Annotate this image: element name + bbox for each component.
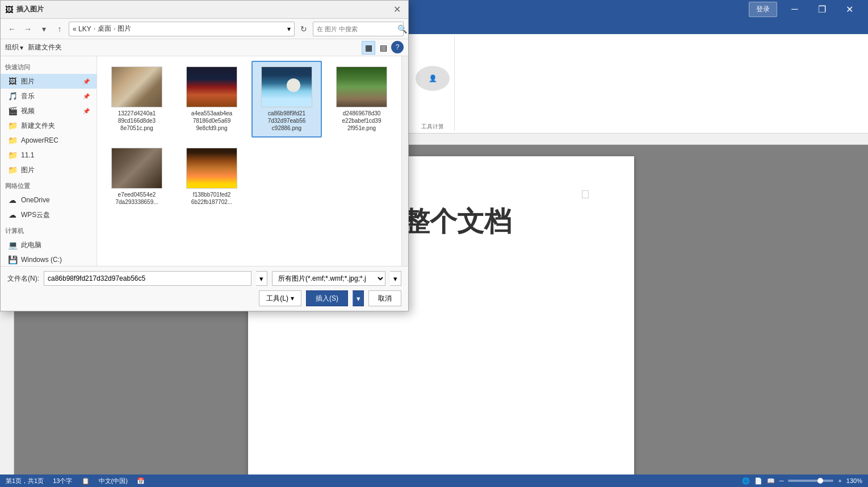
zoom-slider[interactable]: [788, 480, 833, 482]
insert-image-dialog: 🖼 插入图片 ✕ ← → ▾ ↑ « LKY › 桌面 › 图片 ▾ ↻ 🔍 组…: [0, 0, 409, 311]
filetype-dropdown[interactable]: 所有图片(*.emf;*.wmf;*.jpg;*.j: [272, 271, 385, 286]
file-name-2: a4ea553aab4ea78186d0e5a699e8cfd9.png: [191, 110, 232, 132]
file-name-3: ca86b98f9fd217d32d97eab56c92886.png: [268, 110, 306, 132]
language: 中文(中国): [99, 477, 128, 485]
sidebar-item-windows-c[interactable]: 💾 Windows (C:): [1, 252, 97, 266]
search-input[interactable]: [317, 26, 395, 32]
view-list-button[interactable]: ▤: [376, 41, 390, 55]
footer-row1: 文件名(N): ▾ 所有图片(*.emf;*.wmf;*.jpg;*.j ▾: [7, 271, 401, 286]
path-segment-pictures[interactable]: 图片: [118, 24, 131, 34]
file-thumb-5: [111, 148, 162, 189]
path-segment-lky[interactable]: « LKY: [73, 25, 91, 33]
folder-11-1-icon: 📁: [7, 150, 18, 160]
filetype-dropdown-btn[interactable]: ▾: [390, 271, 401, 286]
sidebar-item-wps[interactable]: ☁ WPS云盘: [1, 207, 97, 222]
filename-input[interactable]: [44, 271, 251, 286]
zoom-in-icon[interactable]: +: [838, 477, 841, 484]
organize-button[interactable]: 组织 ▾: [5, 43, 23, 52]
view-grid-button[interactable]: ▦: [362, 41, 375, 55]
dialog-close-button[interactable]: ✕: [390, 3, 404, 16]
pictures2-icon: 📁: [7, 165, 18, 175]
sidebar-item-onedrive[interactable]: ☁ OneDrive: [1, 193, 97, 207]
dialog-sidebar: 快速访问 🖼 图片 📌 🎵 音乐 📌 🎬 视频 📌 📁 新建文件夹: [1, 56, 97, 266]
file-item-2[interactable]: a4ea553aab4ea78186d0e5a699e8cfd9.png: [177, 61, 247, 138]
sidebar-item-pc[interactable]: 💻 此电脑: [1, 238, 97, 252]
file-item-6[interactable]: f138bb701fed26b22fb187702...: [177, 142, 247, 211]
file-thumb-4: [336, 66, 387, 107]
view-web-icon[interactable]: 🌐: [742, 477, 750, 485]
dropdown-button[interactable]: ▾: [37, 22, 51, 36]
path-segment-desktop[interactable]: 桌面: [98, 24, 111, 34]
network-header: 网络位置: [1, 180, 97, 193]
input-mode-icon: 📋: [82, 477, 90, 485]
forward-button[interactable]: →: [21, 22, 35, 36]
char-count: 13个字: [53, 477, 72, 485]
file-item-5[interactable]: e7eed04554e27da293338659...: [102, 142, 172, 211]
cancel-button[interactable]: 取消: [368, 290, 401, 306]
music-icon: 🎵: [7, 91, 18, 101]
up-button[interactable]: ↑: [53, 22, 66, 36]
dialog-toolbar: ← → ▾ ↑ « LKY › 桌面 › 图片 ▾ ↻ 🔍: [1, 19, 408, 39]
tool-calc-icon: 👤: [416, 66, 450, 91]
restore-button[interactable]: ❐: [809, 0, 835, 18]
path-arrow-2: ›: [114, 26, 115, 32]
close-button[interactable]: ✕: [836, 0, 862, 18]
view-read-icon[interactable]: 📖: [767, 477, 775, 485]
sidebar-item-pictures2[interactable]: 📁 图片: [1, 163, 97, 177]
insert-button[interactable]: 插入(S): [306, 290, 348, 306]
calendar-icon: 📅: [137, 477, 145, 485]
wps-label: WPS云盘: [21, 210, 50, 220]
sidebar-item-apowerrec[interactable]: 📁 ApowerREC: [1, 133, 97, 148]
file-name-4: d24869678d30e22babef1cd392f951e.png: [342, 110, 381, 132]
onedrive-icon: ☁: [7, 195, 18, 205]
filename-dropdown-btn[interactable]: ▾: [256, 271, 267, 286]
tools-button[interactable]: 工具(L) ▾: [259, 290, 301, 306]
music-label: 音乐: [21, 91, 35, 101]
dialog-scrollbar[interactable]: [401, 56, 408, 266]
sidebar-item-new-folder[interactable]: 📁 新建文件夹: [1, 118, 97, 133]
file-item-1[interactable]: 13227d4240a189cd166d8de38e7051c.png: [102, 61, 172, 138]
search-icon[interactable]: 🔍: [397, 24, 407, 34]
onedrive-label: OneDrive: [21, 196, 50, 204]
sidebar-item-music[interactable]: 🎵 音乐 📌: [1, 89, 97, 103]
videos-icon: 🎬: [7, 106, 18, 116]
view-print-icon[interactable]: 📄: [754, 477, 762, 485]
filename-label: 文件名(N):: [7, 274, 39, 284]
toolcalc-items: 👤: [416, 36, 450, 120]
quick-access-header: 快速访问: [1, 61, 97, 74]
status-bar: 第1页，共1页 13个字 📋 中文(中国) 📅 🌐 📄 📖 ─ + 130%: [0, 474, 868, 487]
toolcalc-group-label: 工具计算: [421, 123, 444, 131]
ribbon-group-toolcalc: 👤 工具计算: [411, 36, 455, 131]
file-item-4[interactable]: d24869678d30e22babef1cd392f951e.png: [326, 61, 397, 138]
organize-dropdown-icon: ▾: [20, 44, 23, 52]
back-button[interactable]: ←: [5, 22, 19, 36]
path-dropdown-icon[interactable]: ▾: [287, 25, 291, 33]
file-thumb-1: [111, 66, 162, 107]
file-name-6: f138bb701fed26b22fb187702...: [191, 191, 232, 206]
sidebar-item-11-1[interactable]: 📁 11.1: [1, 148, 97, 163]
sidebar-item-pictures[interactable]: 🖼 图片 📌: [1, 74, 97, 89]
windows-c-label: Windows (C:): [21, 256, 62, 264]
minimize-button[interactable]: ─: [782, 0, 808, 18]
apowerrec-icon: 📁: [7, 135, 18, 145]
login-button[interactable]: 登录: [749, 2, 777, 17]
zoom-out-icon[interactable]: ─: [779, 477, 784, 484]
new-folder-button[interactable]: 新建文件夹: [28, 43, 62, 52]
dialog-search-bar: 🔍: [313, 22, 404, 36]
help-button[interactable]: ?: [391, 41, 404, 53]
path-arrow-1: ›: [94, 26, 95, 32]
pc-icon: 💻: [7, 240, 18, 250]
pictures-icon: 🖼: [7, 76, 18, 86]
file-item-3[interactable]: ca86b98f9fd217d32d97eab56c92886.png: [251, 61, 322, 138]
pc-label: 此电脑: [21, 240, 41, 250]
status-bar-right: 🌐 📄 📖 ─ + 130%: [742, 477, 862, 485]
wps-icon: ☁: [7, 210, 18, 220]
dialog-title: 插入图片: [16, 5, 387, 14]
sidebar-item-videos[interactable]: 🎬 视频 📌: [1, 103, 97, 118]
insert-label: 插入(S): [316, 294, 338, 303]
view-buttons: ▦ ▤ ?: [362, 41, 404, 55]
dialog-path-bar: « LKY › 桌面 › 图片 ▾: [69, 22, 295, 36]
refresh-button[interactable]: ↻: [297, 22, 311, 36]
folder-11-1-label: 11.1: [21, 151, 34, 159]
insert-dropdown-btn[interactable]: ▾: [353, 290, 364, 306]
